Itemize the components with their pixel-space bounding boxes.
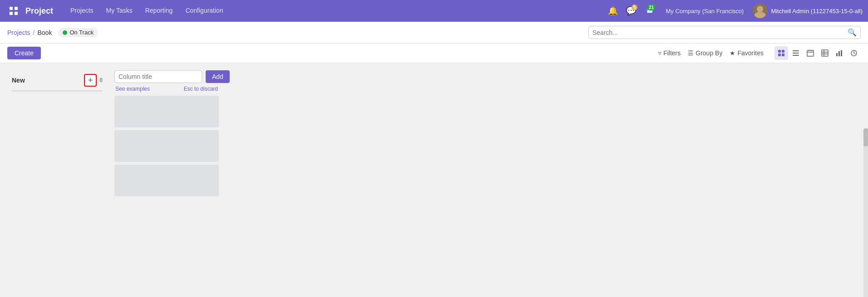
svg-rect-7	[778, 50, 781, 53]
kanban-column-count: 0	[99, 77, 103, 83]
kanban-board: New + 0 Add See examples Esc to discard	[0, 63, 868, 206]
apps-menu-icon[interactable]	[5, 3, 22, 19]
nav-reporting[interactable]: Reporting	[139, 0, 179, 22]
status-dot	[63, 30, 67, 35]
column-help-row: See examples Esc to discard	[114, 86, 219, 92]
placeholder-card-1	[114, 96, 219, 127]
placeholder-card-3	[114, 165, 219, 196]
svg-rect-10	[782, 54, 784, 56]
kanban-column-new: New + 0	[7, 70, 107, 95]
messages-badge: 21	[647, 5, 656, 10]
search-area: 🔍	[588, 26, 861, 39]
list-view-button[interactable]	[789, 46, 803, 60]
table-view-button[interactable]	[818, 46, 832, 60]
group-by-icon: ☰	[688, 49, 694, 57]
kanban-column-title: New	[12, 77, 25, 84]
filters-button[interactable]: ▿ Filters	[658, 49, 681, 57]
scrollbar-track[interactable]	[863, 128, 868, 297]
view-switcher	[774, 46, 861, 60]
user-name: Mitchell Admin (11227453-15-0-all)	[771, 8, 863, 15]
svg-rect-24	[841, 50, 842, 56]
activity-view-button[interactable]	[847, 46, 861, 60]
svg-rect-13	[793, 55, 799, 56]
svg-rect-22	[836, 53, 838, 56]
search-box: 🔍	[588, 26, 861, 39]
activity-icon[interactable]: 🔔	[606, 4, 620, 18]
status-label: On Track	[69, 29, 94, 36]
esc-discard-label: Esc to discard	[184, 86, 218, 92]
messages-icon[interactable]: 📨 21	[642, 4, 656, 18]
scrollbar-thumb[interactable]	[863, 128, 868, 146]
top-navigation: Project Projects My Tasks Reporting Conf…	[0, 0, 868, 22]
star-icon: ★	[730, 49, 735, 57]
svg-rect-18	[822, 50, 828, 56]
svg-rect-2	[10, 12, 13, 15]
nav-right-area: 🔔 💬 5 📨 21 My Company (San Francisco) Mi…	[606, 4, 863, 18]
svg-rect-9	[778, 54, 781, 56]
breadcrumb-current: Book	[37, 29, 52, 36]
kanban-column-header-new: New + 0	[7, 70, 107, 90]
create-button[interactable]: Create	[7, 47, 41, 59]
svg-rect-11	[793, 50, 799, 51]
svg-rect-14	[807, 50, 814, 56]
see-examples-link[interactable]: See examples	[115, 86, 150, 92]
column-title-input[interactable]	[114, 70, 202, 83]
sub-navigation: Projects / Book On Track 🔍	[0, 22, 868, 44]
calendar-view-button[interactable]	[804, 46, 817, 60]
main-content-wrapper: New + 0 Add See examples Esc to discard	[0, 63, 868, 206]
project-status-badge[interactable]: On Track	[58, 28, 98, 37]
notifications-icon[interactable]: 💬 5	[624, 4, 638, 18]
svg-rect-1	[15, 7, 18, 10]
group-by-button[interactable]: ☰ Group By	[688, 49, 722, 57]
new-column-area: Add See examples Esc to discard	[114, 70, 219, 199]
avatar	[753, 4, 767, 18]
kanban-column-progress	[12, 90, 103, 92]
nav-configuration[interactable]: Configuration	[179, 0, 229, 22]
search-input[interactable]	[592, 29, 848, 36]
nav-projects[interactable]: Projects	[64, 0, 100, 22]
svg-rect-8	[782, 50, 784, 53]
search-icon[interactable]: 🔍	[848, 28, 857, 37]
add-column-button[interactable]: Add	[206, 70, 230, 83]
kanban-view-button[interactable]	[774, 46, 788, 60]
svg-rect-0	[10, 7, 13, 10]
breadcrumb-parent[interactable]: Projects	[7, 29, 30, 36]
toolbar: Create ▿ Filters ☰ Group By ★ Favorites	[0, 44, 868, 63]
notifications-badge: 5	[631, 5, 638, 10]
svg-line-27	[854, 53, 855, 54]
breadcrumb: Projects / Book	[7, 29, 52, 36]
favorites-button[interactable]: ★ Favorites	[730, 49, 764, 57]
nav-menu: Projects My Tasks Reporting Configuratio…	[64, 0, 606, 22]
nav-my-tasks[interactable]: My Tasks	[100, 0, 139, 22]
svg-rect-12	[793, 53, 799, 54]
placeholder-card-2	[114, 130, 219, 162]
filter-icon: ▿	[658, 49, 661, 57]
svg-rect-3	[15, 12, 18, 15]
company-selector[interactable]: My Company (San Francisco)	[666, 8, 744, 15]
user-menu[interactable]: Mitchell Admin (11227453-15-0-all)	[753, 4, 863, 18]
breadcrumb-separator: /	[33, 29, 35, 36]
new-column-input-row: Add	[114, 70, 219, 83]
svg-point-5	[757, 6, 763, 12]
toolbar-filters: ▿ Filters ☰ Group By ★ Favorites	[658, 49, 764, 57]
app-brand[interactable]: Project	[25, 6, 53, 16]
svg-rect-23	[838, 51, 840, 56]
add-card-button[interactable]: +	[84, 74, 97, 87]
chart-view-button[interactable]	[833, 46, 846, 60]
